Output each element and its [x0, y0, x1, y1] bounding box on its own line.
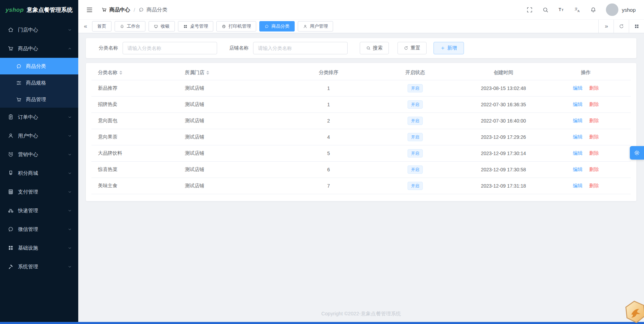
status-badge[interactable]: 开启: [408, 149, 423, 158]
font-size-icon[interactable]: TT: [558, 7, 565, 13]
cell-created-time: 2022-07-30 16:36:35: [458, 102, 548, 107]
breadcrumb-item-product-category[interactable]: 商品分类: [138, 7, 167, 13]
user-icon: [303, 24, 307, 29]
edit-link[interactable]: 编辑: [573, 150, 583, 156]
sidebar-item[interactable]: 积分商城: [0, 164, 78, 182]
cell-category-name: 意向面包: [91, 118, 185, 124]
app-logo[interactable]: yshop 意象点餐管理系统: [0, 0, 78, 20]
tabs-scroll-right-icon[interactable]: »: [598, 20, 614, 33]
cell-category-name: 新品推荐: [91, 85, 185, 91]
tab-bar: « 首页工作台收银桌号管理打印机管理商品分类用户管理 »: [78, 20, 644, 33]
tab-active[interactable]: 商品分类: [259, 21, 295, 32]
chevron-up-icon: [68, 46, 72, 51]
status-badge[interactable]: 开启: [408, 133, 423, 141]
shop-name-label: 店铺名称: [229, 45, 249, 51]
column-header[interactable]: 分类名称: [91, 70, 185, 76]
sidebar-subitem[interactable]: 商品管理: [0, 91, 78, 108]
add-button[interactable]: 新增: [433, 42, 464, 54]
avatar: [606, 3, 618, 16]
delete-link[interactable]: 删除: [589, 134, 599, 140]
monitor-icon: [154, 24, 158, 29]
app-title: 意象点餐管理系统: [27, 6, 73, 14]
cell-sort-order: 5: [285, 151, 372, 156]
column-header[interactable]: 所属门店: [185, 70, 285, 76]
refresh-icon: [619, 24, 624, 29]
sidebar-item[interactable]: 营销中心: [0, 145, 78, 164]
search-icon[interactable]: [542, 7, 549, 13]
sidebar-subitem[interactable]: 商品规格: [0, 74, 78, 91]
cell-sort-order: 4: [285, 134, 372, 140]
sidebar-item[interactable]: 商品中心: [0, 39, 78, 58]
search-button[interactable]: 搜索: [360, 42, 389, 54]
category-name-input[interactable]: [123, 42, 217, 54]
gear-icon: [634, 150, 640, 156]
tabs-refresh-icon[interactable]: [614, 20, 629, 33]
chevron-down-icon: [68, 134, 72, 138]
table-row: 美味主食测试店铺7开启2023-12-09 17:31:18编辑删除: [91, 178, 631, 194]
sidebar-item[interactable]: 系统管理: [0, 257, 78, 276]
column-header: 操作: [548, 70, 623, 76]
header-tools: TT 文A yshop: [526, 3, 636, 16]
edit-link[interactable]: 编辑: [573, 85, 583, 91]
tab[interactable]: 工作台: [115, 21, 145, 32]
reset-button[interactable]: 重置: [397, 42, 427, 54]
sort-caret-icon[interactable]: [119, 71, 122, 75]
search-icon: [366, 46, 371, 51]
sliders-icon: [16, 80, 22, 86]
status-badge[interactable]: 开启: [408, 100, 423, 109]
chevron-down-icon: [68, 28, 72, 32]
tab[interactable]: 桌号管理: [178, 21, 213, 32]
chevron-down-icon: [68, 152, 72, 157]
table-body: 新品推荐测试店铺1开启2023-08-15 13:02:48编辑删除招牌热卖测试…: [91, 80, 631, 194]
edit-link[interactable]: 编辑: [573, 118, 583, 124]
translate-icon[interactable]: 文A: [574, 7, 581, 13]
delete-link[interactable]: 删除: [589, 166, 599, 173]
table-row: 意向面包测试店铺2开启2022-07-30 16:40:00编辑删除: [91, 113, 631, 129]
shop-name-input[interactable]: [253, 42, 348, 54]
delete-link[interactable]: 删除: [589, 85, 599, 91]
status-badge[interactable]: 开启: [408, 117, 423, 125]
tab[interactable]: 首页: [92, 21, 111, 32]
delete-link[interactable]: 删除: [589, 150, 599, 156]
sidebar-item[interactable]: 订单中心: [0, 108, 78, 126]
sort-caret-icon[interactable]: [206, 71, 209, 75]
status-badge[interactable]: 开启: [408, 165, 423, 174]
menu-fold-icon[interactable]: [86, 6, 93, 14]
edit-link[interactable]: 编辑: [573, 101, 583, 108]
tab[interactable]: 收银: [149, 21, 175, 32]
sidebar-item[interactable]: 快递管理: [0, 201, 78, 220]
delete-link[interactable]: 删除: [589, 183, 599, 189]
sidebar-item[interactable]: 门店中心: [0, 20, 78, 39]
delete-link[interactable]: 删除: [589, 101, 599, 108]
status-badge[interactable]: 开启: [408, 182, 423, 190]
edit-link[interactable]: 编辑: [573, 134, 583, 140]
cell-sort-order: 1: [285, 102, 372, 107]
chevron-down-icon: [68, 227, 72, 232]
tab[interactable]: 打印机管理: [216, 21, 256, 32]
bird-extension-badge[interactable]: [624, 299, 644, 324]
cell-category-name: 意向果茶: [91, 134, 185, 140]
notification-bell-icon[interactable]: [590, 7, 597, 13]
fullscreen-icon[interactable]: [526, 7, 533, 13]
delete-link[interactable]: 删除: [589, 118, 599, 124]
sidebar-subitem-active[interactable]: 商品分类: [0, 58, 78, 74]
sidebar-item[interactable]: 基础设施: [0, 238, 78, 257]
user-menu[interactable]: yshop: [606, 3, 636, 16]
cell-category-name: 大品牌饮料: [91, 150, 185, 156]
edit-link[interactable]: 编辑: [573, 183, 583, 189]
logo-yshop: yshop: [6, 7, 24, 14]
sidebar-item[interactable]: 支付管理: [0, 182, 78, 201]
category-name-label: 分类名称: [99, 45, 118, 51]
status-badge[interactable]: 开启: [408, 84, 423, 92]
sidebar-item[interactable]: 用户中心: [0, 126, 78, 145]
printer-icon: [222, 24, 226, 29]
tab[interactable]: 用户管理: [298, 21, 333, 32]
breadcrumb-item-product-center[interactable]: 商品中心: [101, 7, 130, 13]
tabs-options-icon[interactable]: [629, 20, 644, 33]
sidebar-item[interactable]: 微信管理: [0, 220, 78, 238]
edit-link[interactable]: 编辑: [573, 166, 583, 173]
tabs-scroll-left-icon[interactable]: «: [78, 23, 92, 30]
settings-fab-button[interactable]: [630, 146, 644, 160]
cart-icon: [16, 97, 22, 102]
column-header: 分类排序: [285, 70, 372, 76]
